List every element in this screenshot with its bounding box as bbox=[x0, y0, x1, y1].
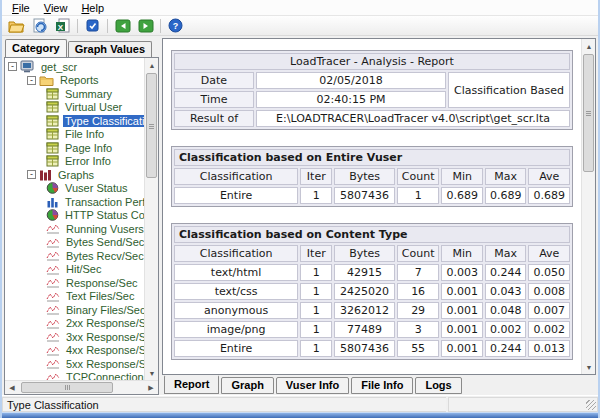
tab-file-info[interactable]: File Info bbox=[351, 377, 413, 394]
tree-item-page-info[interactable]: Page Info bbox=[5, 141, 144, 155]
web-export-icon[interactable] bbox=[28, 16, 51, 35]
tab-report[interactable]: Report bbox=[164, 375, 219, 394]
collapse-icon[interactable]: - bbox=[27, 76, 36, 85]
tab-graph[interactable]: Graph bbox=[221, 377, 273, 394]
open-folder-icon[interactable] bbox=[5, 16, 28, 35]
collapse-icon[interactable]: - bbox=[27, 170, 36, 179]
classification-table-1: Classification based on Content TypeClas… bbox=[171, 223, 573, 360]
table-row: text/html14291570.0030.2440.050 bbox=[174, 264, 570, 281]
tree-item-running-vusers[interactable]: Running Vusers bbox=[5, 222, 144, 236]
tree-item-tcpconnections-ope[interactable]: TCPConnections Ope bbox=[5, 371, 144, 381]
column-header-count: Count bbox=[397, 245, 440, 262]
tree-item-type-classification[interactable]: Type Classification bbox=[5, 114, 144, 128]
menu-view[interactable]: View bbox=[37, 2, 75, 14]
line-chart-icon bbox=[46, 223, 60, 234]
tab-vuser-info[interactable]: Vuser Info bbox=[276, 377, 349, 394]
table-row: anonymous13262012290.0010.0480.007 bbox=[174, 302, 570, 319]
tree-item-hit-sec[interactable]: Hit/Sec bbox=[5, 263, 144, 277]
tab-logs[interactable]: Logs bbox=[415, 377, 461, 394]
tree-item-transaction-performa[interactable]: Transaction Performa bbox=[5, 195, 144, 209]
tree-item-http-status-code[interactable]: HTTP Status Code bbox=[5, 209, 144, 223]
table-cell: 1 bbox=[300, 283, 332, 300]
tree-item-error-info[interactable]: Error Info bbox=[5, 155, 144, 169]
status-bar: Type Classification bbox=[2, 395, 598, 412]
tree-item-reports[interactable]: -Reports bbox=[5, 74, 144, 88]
tree-item-vuser-status[interactable]: Vuser Status bbox=[5, 182, 144, 196]
tree-item-file-info[interactable]: File Info bbox=[5, 128, 144, 142]
tree-item-binary-files-sec[interactable]: Binary Files/Sec bbox=[5, 303, 144, 317]
tree-item-5xx-response-sec[interactable]: 5xx Response/Sec bbox=[5, 357, 144, 371]
tree-item-3xx-response-sec[interactable]: 3xx Response/Sec bbox=[5, 330, 144, 344]
tree-item-label: Page Info bbox=[63, 142, 114, 154]
menu-bar: FileViewHelp bbox=[2, 0, 598, 15]
collapse-icon[interactable]: - bbox=[8, 62, 17, 71]
tree-item-bytes-recv-sec[interactable]: Bytes Recv/Sec bbox=[5, 249, 144, 263]
tree-scroll-thumb[interactable] bbox=[146, 73, 157, 178]
main-area: CategoryGraph Values -get_scr-ReportsSum… bbox=[2, 36, 598, 395]
back-icon[interactable] bbox=[111, 16, 134, 35]
line-chart-icon bbox=[46, 372, 60, 380]
excel-export-icon[interactable]: X bbox=[51, 16, 74, 35]
computer-icon bbox=[20, 60, 35, 73]
table-cell: 29 bbox=[397, 302, 440, 319]
table-cell: Entire bbox=[174, 187, 298, 204]
table-title: Classification based on Entire Vuser bbox=[174, 149, 570, 166]
tab-category[interactable]: Category bbox=[5, 39, 67, 57]
scroll-down-icon[interactable]: ▼ bbox=[145, 366, 159, 380]
tree-item-label: Bytes Recv/Sec bbox=[64, 250, 144, 262]
tree-item-label: 4xx Response/Sec bbox=[64, 344, 144, 356]
tree-horizontal-scrollbar[interactable]: ◀ ▶ bbox=[5, 380, 158, 394]
table-row: image/png17748930.0010.0020.002 bbox=[174, 321, 570, 338]
line-chart-icon bbox=[46, 304, 60, 315]
tree-item-response-sec[interactable]: Response/Sec bbox=[5, 276, 144, 290]
tree-item-text-files-sec[interactable]: Text Files/Sec bbox=[5, 290, 144, 304]
table-cell: 0.048 bbox=[485, 302, 527, 319]
forward-icon[interactable] bbox=[134, 16, 157, 35]
report-header-table: LoadTracer - Analysis - Report Date 02/0… bbox=[171, 50, 573, 130]
report-vertical-scrollbar[interactable]: ▲ ▼ bbox=[581, 39, 595, 374]
table-cell: 1 bbox=[397, 187, 440, 204]
tree-item-4xx-response-sec[interactable]: 4xx Response/Sec bbox=[5, 344, 144, 358]
menu-help[interactable]: Help bbox=[74, 2, 111, 14]
tree-item-summary[interactable]: Summary bbox=[5, 87, 144, 101]
report-scroll-thumb[interactable] bbox=[583, 54, 594, 172]
scroll-down-icon[interactable]: ▼ bbox=[582, 360, 596, 374]
column-header-max: Max bbox=[485, 245, 527, 262]
tree-item-graphs[interactable]: -Graphs bbox=[5, 168, 144, 182]
scroll-left-icon[interactable]: ◀ bbox=[5, 381, 19, 395]
menu-file[interactable]: File bbox=[5, 2, 37, 14]
category-tree: -get_scr-ReportsSummaryVirtual UserType … bbox=[5, 58, 144, 380]
tree-hscroll-thumb[interactable] bbox=[21, 382, 113, 393]
table-cell: 3262012 bbox=[334, 302, 394, 319]
table-cell: 0.001 bbox=[441, 321, 483, 338]
tree-vertical-scrollbar[interactable]: ▲ ▼ bbox=[144, 58, 158, 380]
tab-graph-values[interactable]: Graph Values bbox=[68, 41, 152, 57]
table-cell: 55 bbox=[397, 340, 440, 357]
report-check-icon[interactable] bbox=[81, 16, 104, 35]
line-chart-icon bbox=[46, 331, 60, 342]
table-cell: 0.001 bbox=[441, 283, 483, 300]
bar-chart-blue-icon bbox=[46, 196, 59, 208]
table-row: Entire1580743610.6890.6890.689 bbox=[174, 187, 570, 204]
tree-item-bytes-send-sec[interactable]: Bytes Send/Sec bbox=[5, 236, 144, 250]
report-header-section: LoadTracer - Analysis - Report Date 02/0… bbox=[171, 50, 573, 130]
scroll-up-icon[interactable]: ▲ bbox=[582, 39, 596, 53]
left-tab-strip: CategoryGraph Values bbox=[4, 38, 159, 57]
scroll-right-icon[interactable]: ▶ bbox=[144, 381, 158, 395]
classification-tables: Classification based on Entire VuserClas… bbox=[171, 146, 573, 360]
folder-icon bbox=[39, 74, 54, 86]
table-cell: 0.043 bbox=[485, 283, 527, 300]
toolbar-separator bbox=[107, 19, 108, 33]
table-cell: 77489 bbox=[334, 321, 394, 338]
help-icon[interactable]: ? bbox=[164, 16, 187, 35]
column-header-bytes: Bytes bbox=[334, 245, 394, 262]
tree-item-2xx-response-sec[interactable]: 2xx Response/Sec bbox=[5, 317, 144, 331]
tree-item-label: 3xx Response/Sec bbox=[64, 331, 144, 343]
tree-item-get-scr[interactable]: -get_scr bbox=[5, 60, 144, 74]
resize-grip-icon[interactable] bbox=[586, 400, 596, 410]
classification-table-section-1: Classification based on Content TypeClas… bbox=[171, 223, 573, 360]
column-header-ave: Ave bbox=[528, 168, 570, 185]
tree-item-label: HTTP Status Code bbox=[63, 209, 144, 221]
scroll-up-icon[interactable]: ▲ bbox=[145, 58, 159, 72]
tree-item-virtual-user[interactable]: Virtual User bbox=[5, 101, 144, 115]
